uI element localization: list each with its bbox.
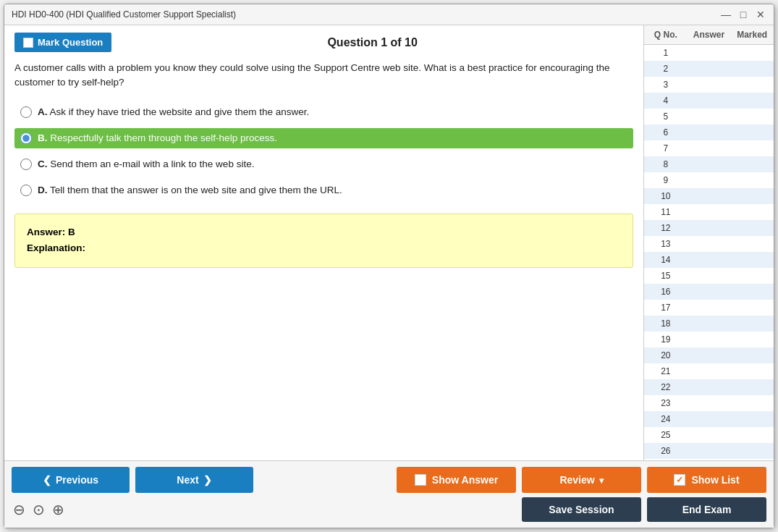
list-item[interactable]: 12	[644, 220, 774, 236]
list-item-num: 5	[644, 110, 688, 123]
option-a-radio[interactable]	[20, 106, 32, 118]
list-item[interactable]: 2	[644, 61, 774, 77]
zoom-in-button[interactable]: ⊕	[51, 499, 66, 520]
list-item[interactable]: 25	[644, 427, 774, 443]
list-item[interactable]: 11	[644, 204, 774, 220]
option-d-radio[interactable]	[20, 185, 32, 196]
list-item[interactable]: 21	[644, 363, 774, 379]
show-answer-button[interactable]: Show Answer	[397, 467, 516, 493]
show-list-check-icon	[674, 474, 685, 486]
bottom-bar: Previous Next Show Answer Review Show Li…	[4, 460, 774, 528]
show-list-button[interactable]: Show List	[647, 467, 766, 493]
main-window: HDI HD0-400 (HDI Qualified Customer Supp…	[4, 4, 774, 528]
list-item[interactable]: 26	[644, 443, 774, 459]
question-list[interactable]: 1 2 3 4 5 6 7 8	[644, 45, 774, 460]
explanation-label: Explanation:	[27, 240, 621, 257]
list-item-num: 18	[644, 317, 688, 330]
option-b-radio[interactable]	[20, 132, 32, 144]
answer-label: Answer: B	[27, 224, 621, 241]
next-label: Next	[177, 474, 198, 486]
option-b-text: B. Respectfully talk them through the se…	[38, 132, 277, 143]
list-item-marked	[730, 397, 774, 410]
list-item-marked	[730, 174, 774, 187]
previous-label: Previous	[56, 474, 98, 486]
list-item[interactable]: 24	[644, 411, 774, 427]
option-c[interactable]: C. Send them an e-mail with a link to th…	[14, 154, 633, 174]
list-item[interactable]: 4	[644, 93, 774, 109]
list-item-marked	[730, 285, 774, 298]
list-item[interactable]: 14	[644, 252, 774, 268]
list-item-marked	[730, 142, 774, 155]
option-d[interactable]: D. Tell them that the answer is on the w…	[14, 180, 633, 200]
list-item[interactable]: 13	[644, 236, 774, 252]
list-item-marked	[730, 158, 774, 171]
end-exam-button[interactable]: End Exam	[647, 497, 766, 522]
list-item-answer	[688, 158, 731, 171]
list-item-marked	[730, 46, 774, 59]
title-bar-controls: — □ ✕	[720, 9, 766, 20]
list-item-answer	[688, 126, 731, 139]
list-item[interactable]: 9	[644, 172, 774, 188]
zoom-reset-button[interactable]: ⊙	[31, 499, 46, 520]
list-item-num: 2	[644, 62, 688, 75]
list-item-num: 25	[644, 428, 688, 442]
list-item-answer	[688, 413, 731, 426]
list-item-answer	[688, 46, 731, 59]
close-icon[interactable]: ✕	[755, 9, 766, 20]
list-item-answer	[688, 365, 731, 378]
list-item-num: 21	[644, 365, 688, 378]
list-item-marked	[730, 317, 774, 330]
mark-question-button[interactable]: Mark Question	[14, 33, 111, 52]
list-item[interactable]: 19	[644, 332, 774, 347]
list-item-answer	[688, 444, 731, 457]
list-item[interactable]: 20	[644, 347, 774, 363]
minimize-icon[interactable]: —	[720, 9, 732, 20]
mark-checkbox-icon	[23, 38, 33, 48]
list-item[interactable]: 15	[644, 268, 774, 284]
list-item[interactable]: 6	[644, 124, 774, 140]
list-item-num: 20	[644, 349, 688, 362]
list-item[interactable]: 7	[644, 140, 774, 156]
list-item-num: 14	[644, 253, 688, 266]
list-item-answer	[688, 301, 731, 314]
previous-button[interactable]: Previous	[12, 467, 130, 493]
list-item[interactable]: 18	[644, 316, 774, 332]
review-label: Review	[559, 474, 594, 486]
col-header-answer: Answer	[688, 28, 731, 41]
list-item-marked	[730, 349, 774, 362]
zoom-out-button[interactable]: ⊖	[12, 499, 27, 520]
list-item[interactable]: 5	[644, 109, 774, 124]
col-header-marked: Marked	[730, 28, 774, 41]
list-item[interactable]: 3	[644, 77, 774, 93]
maximize-icon[interactable]: □	[737, 9, 749, 20]
list-item-marked	[730, 126, 774, 139]
next-button[interactable]: Next	[135, 467, 253, 493]
list-item-num: 4	[644, 94, 688, 107]
list-item[interactable]: 10	[644, 188, 774, 204]
option-d-text: D. Tell them that the answer is on the w…	[38, 185, 342, 195]
list-item[interactable]: 1	[644, 45, 774, 61]
list-item-answer	[688, 221, 731, 235]
list-item[interactable]: 16	[644, 284, 774, 300]
option-b[interactable]: B. Respectfully talk them through the se…	[14, 128, 633, 148]
option-c-text: C. Send them an e-mail with a link to th…	[38, 159, 254, 169]
list-item[interactable]: 23	[644, 395, 774, 411]
list-item[interactable]: 22	[644, 379, 774, 395]
list-item-num: 16	[644, 285, 688, 298]
options-list: A. Ask if they have tried the website an…	[14, 102, 633, 200]
list-item-num: 19	[644, 333, 688, 346]
list-item[interactable]: 17	[644, 300, 774, 316]
sidebar-header: Q No. Answer Marked	[644, 25, 774, 45]
show-answer-label: Show Answer	[432, 474, 498, 486]
list-item-answer	[688, 428, 731, 442]
list-item-num: 17	[644, 301, 688, 314]
list-item[interactable]: 8	[644, 156, 774, 172]
list-item-num: 1	[644, 46, 688, 59]
option-a[interactable]: A. Ask if they have tried the website an…	[14, 102, 633, 122]
review-button[interactable]: Review	[522, 467, 641, 493]
list-item-answer	[688, 62, 731, 75]
option-c-radio[interactable]	[20, 159, 32, 170]
save-session-button[interactable]: Save Session	[522, 497, 641, 522]
list-item-answer	[688, 174, 731, 187]
list-item-marked	[730, 206, 774, 219]
